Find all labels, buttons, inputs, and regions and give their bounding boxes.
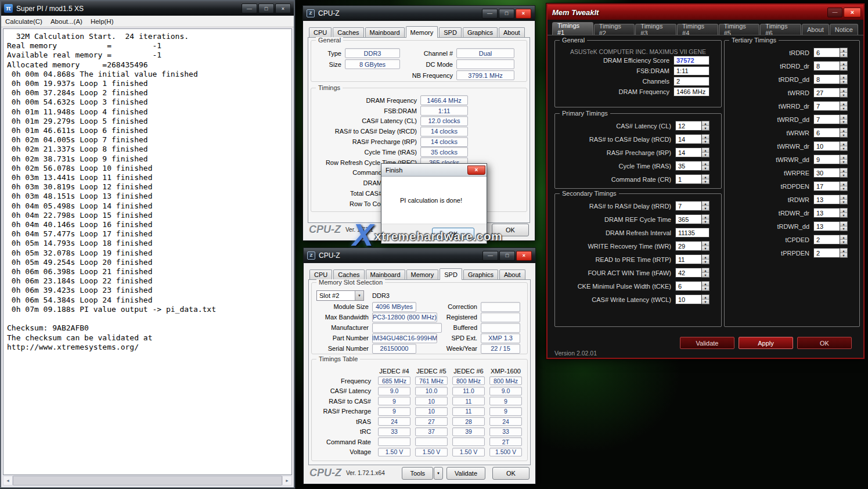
tab[interactable]: About (499, 27, 525, 37)
spin-up-icon[interactable]: ▲ (840, 88, 847, 93)
timing-spinner[interactable]: 8 ▲ ▼ (813, 74, 848, 84)
timing-spinner[interactable]: 42 ▲ ▼ (675, 268, 709, 278)
memtweakit-titlebar[interactable]: Mem TweakIt — × (548, 5, 863, 20)
spin-up-icon[interactable]: ▲ (702, 202, 709, 206)
close-button[interactable]: × (844, 8, 861, 17)
tab[interactable]: Timings #3 (635, 24, 676, 35)
timing-spinner[interactable]: 10 ▲ ▼ (675, 294, 709, 304)
spinner-value[interactable]: 35 (675, 161, 702, 171)
spin-down-icon[interactable]: ▼ (840, 120, 847, 124)
spin-down-icon[interactable]: ▼ (840, 253, 847, 257)
timing-spinner[interactable]: 7 ▲ ▼ (813, 101, 848, 111)
ok-button[interactable]: OK (492, 224, 529, 236)
spin-down-icon[interactable]: ▼ (840, 146, 847, 150)
tab[interactable]: Graphics (463, 269, 498, 279)
spin-up-icon[interactable]: ▲ (840, 168, 847, 173)
tools-dropdown-icon[interactable]: ▼ (434, 467, 443, 480)
chevron-down-icon[interactable]: ▼ (355, 291, 363, 300)
spin-up-icon[interactable]: ▲ (840, 48, 847, 53)
maximize-button[interactable]: □ (258, 3, 274, 13)
validate-button[interactable]: Validate (680, 337, 734, 349)
ok-button[interactable]: OK (432, 228, 474, 240)
timing-spinner[interactable]: 27 ▲ ▼ (813, 88, 848, 98)
timing-spinner[interactable]: 2 ▲ ▼ (813, 248, 848, 258)
spinner-value[interactable]: 11135 (675, 228, 709, 238)
spin-up-icon[interactable]: ▲ (702, 148, 709, 153)
spin-down-icon[interactable]: ▼ (702, 166, 709, 170)
spin-up-icon[interactable]: ▲ (702, 282, 709, 286)
spinner-value[interactable]: 9 (813, 154, 840, 164)
menu-item[interactable]: About...(A) (46, 18, 87, 25)
maximize-button[interactable]: □ (499, 251, 515, 261)
tab[interactable]: Notice (830, 24, 858, 35)
spin-up-icon[interactable]: ▲ (702, 255, 709, 260)
spin-up-icon[interactable]: ▲ (702, 121, 709, 126)
timing-spinner[interactable]: 2 ▲ ▼ (813, 235, 848, 245)
maximize-button[interactable]: □ (499, 9, 514, 19)
timing-spinner[interactable]: 35 ▲ ▼ (675, 161, 709, 171)
tab[interactable]: Memory (406, 26, 438, 38)
spinner-value[interactable]: 27 (813, 88, 840, 98)
spin-up-icon[interactable]: ▲ (840, 102, 847, 106)
spin-down-icon[interactable]: ▼ (840, 133, 847, 137)
close-button[interactable]: × (275, 3, 291, 13)
spin-down-icon[interactable]: ▼ (840, 240, 847, 244)
spinner-value[interactable]: 11 (675, 254, 702, 264)
spin-up-icon[interactable]: ▲ (840, 155, 847, 160)
timing-spinner[interactable]: 8 ▲ ▼ (813, 61, 848, 71)
spinner-value[interactable]: 8 (813, 61, 840, 71)
spin-up-icon[interactable]: ▲ (840, 142, 847, 146)
timing-spinner[interactable]: 6 ▲ ▼ (813, 48, 848, 57)
timing-spinner[interactable]: 13 ▲ ▼ (813, 208, 848, 218)
spin-up-icon[interactable]: ▲ (840, 128, 847, 133)
spin-down-icon[interactable]: ▼ (702, 153, 709, 157)
timing-spinner[interactable]: 11135 ▲ ▼ (675, 228, 709, 238)
spinner-value[interactable]: 30 (813, 168, 840, 178)
tools-button[interactable]: Tools (402, 467, 433, 480)
validate-button[interactable]: Validate (446, 467, 485, 480)
spin-up-icon[interactable]: ▲ (840, 208, 847, 213)
spin-up-icon[interactable]: ▲ (702, 295, 709, 300)
spin-down-icon[interactable]: ▼ (702, 300, 709, 304)
timing-spinner[interactable]: 14 ▲ ▼ (675, 134, 709, 144)
timing-spinner[interactable]: 7 ▲ ▼ (675, 201, 709, 211)
spinner-value[interactable]: 6 (675, 281, 702, 291)
timing-spinner[interactable]: 13 ▲ ▼ (813, 195, 848, 204)
spin-down-icon[interactable]: ▼ (840, 213, 847, 217)
finish-titlebar[interactable]: Finish × (381, 164, 487, 177)
close-button[interactable]: × (467, 166, 485, 175)
tab[interactable]: About (802, 24, 829, 35)
timing-spinner[interactable]: 7 ▲ ▼ (813, 114, 848, 124)
spin-down-icon[interactable]: ▼ (702, 206, 709, 210)
spin-down-icon[interactable]: ▼ (840, 80, 847, 84)
spin-down-icon[interactable]: ▼ (702, 246, 709, 250)
spin-down-icon[interactable]: ▼ (840, 200, 847, 204)
timing-spinner[interactable]: 365 ▲ ▼ (675, 214, 709, 224)
scroll-right-icon[interactable]: ► (282, 476, 292, 486)
apply-button[interactable]: Apply (739, 337, 793, 349)
spin-up-icon[interactable]: ▲ (840, 182, 847, 186)
cpuz-titlebar[interactable]: Z CPU-Z — □ × (303, 6, 535, 21)
spinner-value[interactable]: 2 (813, 248, 840, 258)
superpi-titlebar[interactable]: π Super PI / mod1.5 XS — □ × (1, 1, 294, 16)
timing-spinner[interactable]: 1 ▲ ▼ (675, 174, 709, 184)
timing-spinner[interactable]: 6 ▲ ▼ (813, 128, 848, 138)
tab[interactable]: Timings #4 (677, 24, 718, 35)
tab[interactable]: Timings #1 (552, 22, 593, 35)
spin-down-icon[interactable]: ▼ (840, 53, 847, 57)
minimize-button[interactable]: — (242, 3, 257, 13)
spinner-value[interactable]: 14 (675, 134, 702, 144)
timing-spinner[interactable]: 6 ▲ ▼ (675, 281, 709, 291)
spin-up-icon[interactable]: ▲ (840, 62, 847, 66)
ok-button[interactable]: OK (797, 337, 852, 349)
tab[interactable]: Timings #5 (719, 24, 760, 35)
spinner-value[interactable]: 2 (813, 235, 840, 245)
minimize-button[interactable]: — (482, 9, 498, 19)
spin-down-icon[interactable]: ▼ (840, 106, 847, 110)
tab[interactable]: Graphics (463, 27, 498, 37)
timing-spinner[interactable]: 10 ▲ ▼ (813, 141, 848, 151)
scrollbar-thumb[interactable] (13, 476, 282, 486)
spinner-value[interactable]: 10 (675, 294, 702, 304)
spinner-value[interactable]: 1 (675, 174, 702, 184)
spin-up-icon[interactable]: ▲ (840, 222, 847, 226)
